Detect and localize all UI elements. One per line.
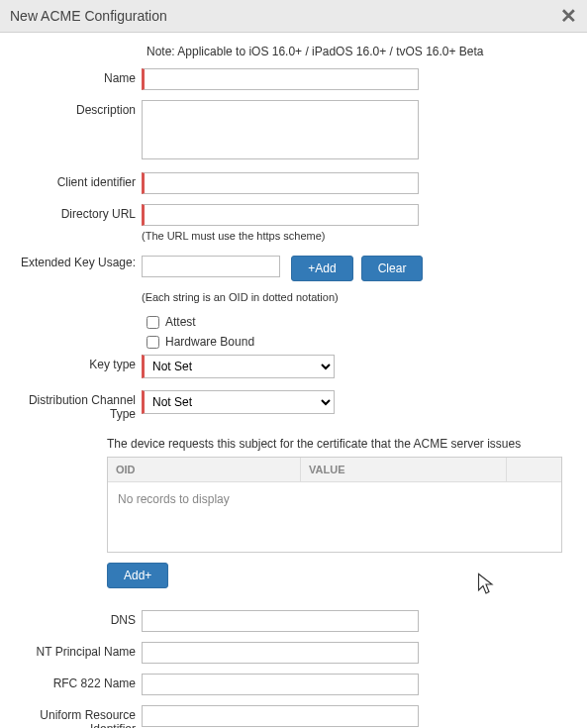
table-body-empty: No records to display [108, 482, 561, 552]
close-icon[interactable]: ✕ [560, 6, 577, 26]
label-name: Name [18, 68, 142, 85]
rfc822-name-input[interactable] [142, 674, 419, 695]
hardware-bound-checkbox[interactable] [147, 336, 159, 349]
uri-input[interactable] [142, 705, 419, 727]
label-attest: Attest [165, 315, 196, 329]
th-actions [507, 458, 561, 481]
label-hardware-bound: Hardware Bound [165, 335, 254, 349]
label-rfc822-name: RFC 822 Name [18, 674, 142, 690]
eku-input[interactable] [142, 256, 280, 277]
dialog-title: New ACME Configuration [10, 8, 167, 24]
table-header: OID VALUE [108, 458, 561, 482]
directory-url-input[interactable] [142, 204, 419, 226]
acme-config-dialog: New ACME Configuration ✕ Note: Applicabl… [0, 0, 587, 728]
eku-add-button[interactable]: +Add [291, 256, 352, 281]
subject-add-button[interactable]: Add+ [107, 563, 168, 588]
distribution-channel-type-select[interactable]: Not Set [142, 390, 335, 414]
label-dns: DNS [18, 610, 142, 627]
label-nt-principal-name: NT Principal Name [18, 642, 142, 659]
dialog-body: Note: Applicable to iOS 16.0+ / iPadOS 1… [0, 33, 587, 728]
directory-url-hint: (The URL must use the https scheme) [142, 230, 569, 242]
name-input[interactable] [142, 68, 419, 90]
subject-table: OID VALUE No records to display [107, 457, 562, 553]
label-extended-key-usage: Extended Key Usage: [18, 256, 142, 269]
dns-input[interactable] [142, 610, 419, 632]
label-uri: Uniform Resource Identifier [18, 705, 142, 728]
eku-hint: (Each string is an OID in dotted notatio… [142, 291, 569, 303]
label-key-type: Key type [18, 355, 142, 371]
th-oid: OID [108, 458, 301, 481]
key-type-select[interactable]: Not Set [142, 355, 335, 378]
applicability-note: Note: Applicable to iOS 16.0+ / iPadOS 1… [147, 45, 569, 58]
th-value: VALUE [301, 458, 507, 481]
eku-clear-button[interactable]: Clear [361, 256, 424, 281]
attest-checkbox[interactable] [147, 316, 159, 329]
nt-principal-name-input[interactable] [142, 642, 419, 664]
dialog-titlebar: New ACME Configuration ✕ [0, 0, 587, 33]
client-identifier-input[interactable] [142, 172, 419, 194]
label-description: Description [18, 100, 142, 117]
description-textarea[interactable] [142, 100, 419, 159]
label-directory-url: Directory URL [18, 204, 142, 221]
subject-note: The device requests this subject for the… [107, 437, 569, 451]
label-distribution-channel-type: Distribution Channel Type [18, 390, 142, 421]
label-client-identifier: Client identifier [18, 172, 142, 189]
